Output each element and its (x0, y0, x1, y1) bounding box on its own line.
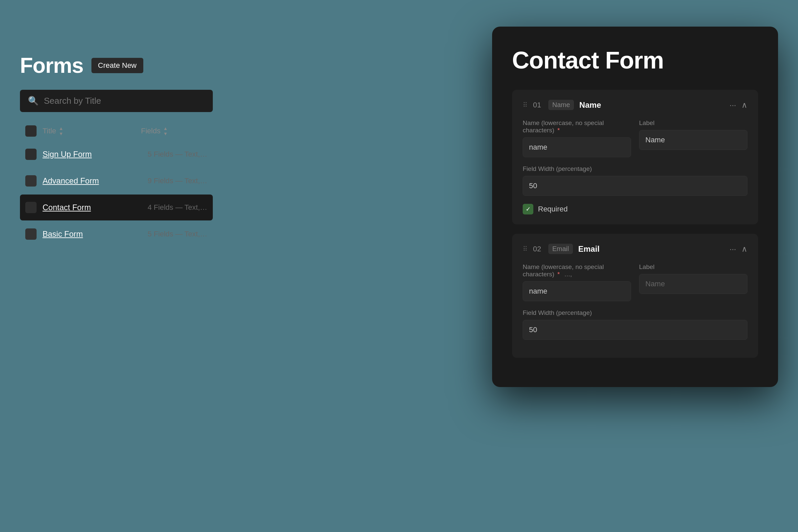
field-display-name-1: Name (579, 100, 724, 110)
field-row-width: Field Width (percentage) (523, 165, 747, 196)
row-title-4: Basic Form (42, 229, 148, 239)
row-checkbox-1[interactable] (25, 149, 37, 160)
search-bar: 🔍 (20, 90, 213, 112)
field-card-actions-2: ··· ∧ (729, 244, 747, 254)
field-more-button-2[interactable]: ··· (729, 244, 736, 254)
sort-down-icon[interactable]: ▼ (59, 131, 63, 136)
field-row-width-2: Field Width (percentage) (523, 309, 747, 340)
row-fields-1: 5 Fields — Text, Em (148, 150, 208, 158)
drag-handle-icon[interactable]: ⠿ (523, 101, 528, 109)
field-more-button-1[interactable]: ··· (729, 100, 736, 110)
field-input-name-2[interactable] (523, 281, 631, 301)
field-input-width-1[interactable] (523, 176, 747, 196)
required-checkbox-row-1: ✓ Required (523, 204, 747, 214)
field-group-label-2: Label (639, 263, 747, 301)
field-number-2: 02 (533, 245, 543, 253)
row-fields-2: 9 Fields — Text, Tex (148, 176, 208, 185)
field-card-1: ⠿ 01 Name Name ··· ∧ Name (lowercase, no… (512, 90, 758, 225)
sort-up-icon[interactable]: ▲ (59, 126, 63, 131)
field-label-name: Name (lowercase, no special characters) … (523, 119, 631, 134)
field-label-label-1: Label (639, 119, 747, 127)
field-row-name-label: Name (lowercase, no special characters) … (523, 119, 747, 157)
field-card-2: ⠿ 02 Email Email ··· ∧ Name (lowercase, … (512, 234, 758, 358)
drag-handle-icon[interactable]: ⠿ (523, 245, 528, 253)
row-fields-3: 4 Fields — Text, Em (148, 203, 208, 212)
select-all-checkbox[interactable] (25, 125, 37, 137)
field-row-name-label-2: Name (lowercase, no special characters) … (523, 263, 747, 301)
forms-header: Forms Create New (20, 53, 213, 78)
form-detail-title: Contact Form (512, 46, 758, 74)
sort-down-icon[interactable]: ▼ (163, 131, 168, 136)
field-input-width-2[interactable] (523, 320, 747, 340)
title-sort[interactable]: ▲ ▼ (59, 126, 63, 136)
field-collapse-button-2[interactable]: ∧ (741, 244, 747, 254)
field-type-badge-1: Name (548, 100, 574, 110)
row-checkbox-4[interactable] (25, 228, 37, 240)
field-card-actions-1: ··· ∧ (729, 100, 747, 110)
field-input-label-1[interactable] (639, 130, 747, 150)
table-row[interactable]: Basic Form 5 Fields — Text, Tex (20, 221, 213, 247)
required-checkbox-1[interactable]: ✓ (523, 204, 533, 214)
field-group-name-2: Name (lowercase, no special characters) … (523, 263, 631, 301)
table-row[interactable]: Contact Form 4 Fields — Text, Em (20, 194, 213, 221)
table-header: Title ▲ ▼ Fields ▲ ▼ (20, 122, 213, 140)
field-number-1: 01 (533, 101, 543, 109)
table-row[interactable]: Advanced Form 9 Fields — Text, Tex (20, 168, 213, 194)
field-label-width-1: Field Width (percentage) (523, 165, 747, 173)
row-fields-4: 5 Fields — Text, Tex (148, 230, 208, 239)
col-fields-header: Fields ▲ ▼ (141, 126, 208, 136)
search-input[interactable] (44, 96, 205, 106)
row-checkbox-cell (25, 149, 42, 160)
col-title-header: Title ▲ ▼ (42, 126, 141, 136)
field-card-header-1: ⠿ 01 Name Name ··· ∧ (523, 100, 747, 110)
row-title-1: Sign Up Form (42, 150, 148, 159)
create-new-button[interactable]: Create New (92, 58, 143, 73)
forms-title: Forms (20, 53, 83, 78)
row-checkbox-cell (25, 202, 42, 213)
field-display-name-2: Email (578, 244, 724, 254)
field-group-width-2: Field Width (percentage) (523, 309, 747, 340)
checkmark-icon: ✓ (526, 206, 531, 213)
field-collapse-button-1[interactable]: ∧ (741, 100, 747, 110)
fields-sort[interactable]: ▲ ▼ (163, 126, 168, 136)
header-checkbox-cell (25, 125, 42, 137)
field-label-label-2: Label (639, 263, 747, 271)
field-type-badge-2: Email (548, 244, 573, 254)
field-card-header-2: ⠿ 02 Email Email ··· ∧ (523, 244, 747, 254)
search-icon: 🔍 (28, 96, 39, 106)
forms-panel: Forms Create New 🔍 Title ▲ ▼ Fields ▲ ▼ (20, 53, 213, 248)
field-input-name-1[interactable] (523, 137, 631, 157)
row-checkbox-2[interactable] (25, 175, 37, 187)
row-checkbox-3[interactable] (25, 202, 37, 213)
row-title-3: Contact Form (42, 203, 148, 212)
field-group-label: Label (639, 119, 747, 157)
form-detail-panel: Contact Form ⠿ 01 Name Name ··· ∧ Name (… (492, 26, 778, 387)
field-label-name-2: Name (lowercase, no special characters) … (523, 263, 631, 278)
row-checkbox-cell (25, 175, 42, 187)
sort-up-icon[interactable]: ▲ (163, 126, 168, 131)
table-row[interactable]: Sign Up Form 5 Fields — Text, Em (20, 141, 213, 167)
field-group-width: Field Width (percentage) (523, 165, 747, 196)
required-label-1: Required (538, 205, 568, 213)
row-title-2: Advanced Form (42, 176, 148, 186)
field-input-label-2[interactable] (639, 274, 747, 294)
field-label-width-2: Field Width (percentage) (523, 309, 747, 317)
field-group-name: Name (lowercase, no special characters) … (523, 119, 631, 157)
row-checkbox-cell (25, 228, 42, 240)
